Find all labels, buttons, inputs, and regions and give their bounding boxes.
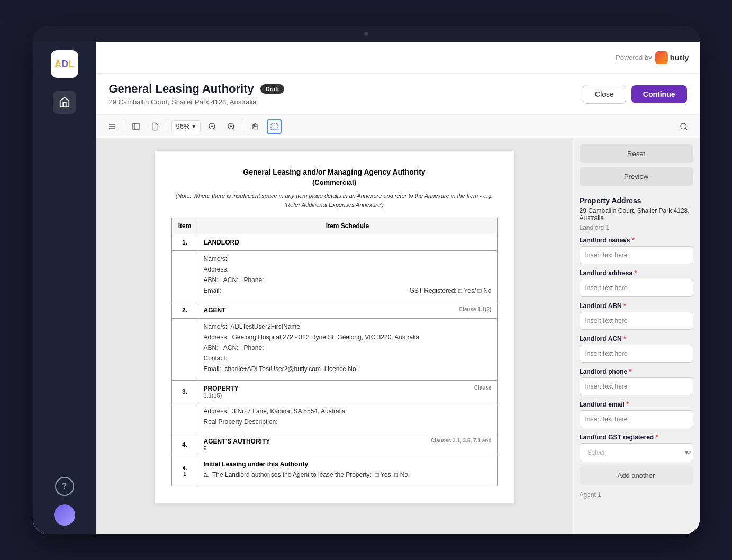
landlord-name-label: Landlord name/s * (580, 237, 693, 244)
field-row: ABN: ACN: Phone: (204, 344, 492, 351)
sidebar: ADL ? (33, 42, 96, 534)
table-row: 3. PROPERTY Clause 1.1(15) (171, 381, 497, 403)
reset-button[interactable]: Reset (580, 144, 693, 163)
empty-cell (171, 403, 198, 433)
svg-point-13 (681, 123, 686, 129)
field-row: Contact: (204, 355, 492, 362)
table-row: 4.1 Initial Leasing under this Authority… (171, 456, 497, 486)
continue-button[interactable]: Continue (631, 85, 687, 103)
doc-note: (Note: Where there is insufficient space… (171, 192, 498, 209)
landlord-abn-input[interactable] (580, 312, 693, 330)
doc-main-title: General Leasing and/or Managing Agency A… (171, 168, 498, 176)
panel-section-title: Property Address (580, 196, 693, 205)
right-panel: Reset Preview Property Address 29 Cambal… (573, 138, 700, 534)
empty-cell (171, 319, 198, 381)
section-content: Initial Leasing under this Authority a. … (198, 456, 497, 486)
tablet-content: ADL ? Powered by (33, 42, 700, 534)
field-row: a. The Landlord authorises the Agent to … (204, 471, 492, 478)
landlord-gst-select[interactable]: Select Yes No (580, 443, 693, 462)
tablet-camera (364, 32, 368, 36)
table-row: 1. LANDLORD (171, 234, 497, 251)
property-address: 29 Camballin Court, Shailer Park 4128, A… (580, 207, 693, 222)
preview-button[interactable]: Preview (580, 167, 693, 186)
zoom-out-icon[interactable] (205, 119, 220, 134)
search-icon[interactable] (676, 119, 691, 134)
section-fields: Name/s: ADLTestUser2FirstName Address: G… (198, 319, 497, 381)
section-title: LANDLORD (204, 239, 492, 246)
help-button[interactable]: ? (55, 477, 74, 496)
sub-clause: 1.1(15) (204, 392, 492, 399)
doc-table: Item Item Schedule 1. LANDLORD (171, 218, 498, 486)
section-num: 3. (171, 381, 198, 403)
doc-subtitle-center: (Commercial) (171, 178, 498, 186)
toolbar-divider-1 (124, 121, 124, 132)
section-content: LANDLORD (198, 234, 497, 251)
section-title: AGENT'S AUTHORITY Clauses 3.1, 3.5, 7.1 … (204, 438, 492, 445)
section-title: Initial Leasing under this Authority (204, 460, 492, 468)
section-num: 1. (171, 234, 198, 251)
hand-tool-icon[interactable] (248, 119, 263, 134)
doc-viewer[interactable]: General Leasing and/or Managing Agency A… (96, 138, 573, 534)
file-icon[interactable] (148, 119, 162, 134)
powered-by-label: Powered by hutly (616, 51, 689, 64)
landlord-address-label: Landlord address * (580, 269, 693, 277)
hutly-icon (655, 51, 668, 64)
zoom-level: 96% (176, 122, 190, 130)
panel-icon[interactable] (129, 119, 143, 134)
col-schedule: Item Schedule (198, 218, 497, 234)
landlord-phone-input[interactable] (580, 377, 693, 395)
clause-num: 9 (204, 445, 492, 451)
email-label: Email: (204, 287, 221, 294)
field-row: Address: 3 No 7 Lane, Kadina, SA 5554, A… (204, 408, 492, 415)
field-row: Name/s: (204, 255, 492, 263)
section-num: 4. (171, 433, 198, 456)
svg-line-14 (685, 128, 687, 130)
content-area: General Leasing and/or Managing Agency A… (96, 138, 700, 534)
hutly-brand: hutly (670, 53, 689, 62)
required-marker: * (632, 237, 635, 244)
required-marker: * (635, 269, 637, 277)
main-area: Powered by hutly General Leasing Authori… (96, 42, 700, 534)
table-row: Address: 3 No 7 Lane, Kadina, SA 5554, A… (171, 403, 497, 433)
landlord-acn-label: Landlord ACN * (580, 335, 693, 342)
svg-line-9 (233, 128, 234, 130)
menu-icon[interactable] (105, 119, 120, 134)
landlord-phone-label: Landlord phone * (580, 368, 693, 375)
user-avatar[interactable] (54, 504, 75, 526)
table-row: Name/s: ADLTestUser2FirstName Address: G… (171, 319, 497, 381)
zoom-in-icon[interactable] (224, 119, 239, 134)
app-logo[interactable]: ADL (51, 50, 78, 78)
section-title: AGENT Clause 1.1(2) (204, 306, 492, 314)
field-row: Email: charlie+ADLTestUser2@hutly.com Li… (204, 365, 492, 373)
add-another-button[interactable]: Add another (580, 466, 693, 485)
landlord-acn-input[interactable] (580, 345, 693, 363)
empty-cell (171, 251, 198, 302)
close-button[interactable]: Close (583, 85, 626, 104)
sidebar-item-home[interactable] (53, 91, 76, 114)
svg-rect-12 (271, 123, 277, 130)
section-fields: Address: 3 No 7 Lane, Kadina, SA 5554, A… (198, 403, 497, 433)
landlord-name-input[interactable] (580, 246, 693, 264)
page-title: General Leasing Authority (109, 82, 254, 96)
required-marker: * (629, 368, 632, 375)
toolbar-divider-2 (167, 121, 167, 132)
selection-tool-icon[interactable] (267, 119, 282, 134)
table-row: 4. AGENT'S AUTHORITY Clauses 3.1, 3.5, 7… (171, 433, 497, 456)
clause-ref: Clauses 3.1, 3.5, 7.1 and (431, 438, 492, 444)
agent-subsection: Agent 1 (580, 491, 693, 499)
zoom-control[interactable]: 96% ▾ (171, 120, 201, 132)
landlord-email-input[interactable] (580, 410, 693, 428)
required-marker: * (626, 401, 629, 408)
toolbar-divider-3 (243, 121, 243, 132)
clause-ref: Clause 1.1(2) (459, 306, 492, 312)
section-title: PROPERTY Clause (204, 385, 492, 392)
svg-rect-3 (133, 123, 139, 130)
field-row: ABN: ACN: Phone: (204, 276, 492, 284)
section-content: AGENT'S AUTHORITY Clauses 3.1, 3.5, 7.1 … (198, 433, 497, 456)
doc-title-row: General Leasing Authority Draft (109, 82, 285, 96)
doc-header: General Leasing Authority Draft 29 Camba… (96, 74, 700, 115)
toolbar: 96% ▾ (96, 115, 700, 138)
landlord-address-input[interactable] (580, 279, 693, 297)
required-marker: * (623, 302, 626, 310)
required-marker: * (656, 433, 658, 441)
